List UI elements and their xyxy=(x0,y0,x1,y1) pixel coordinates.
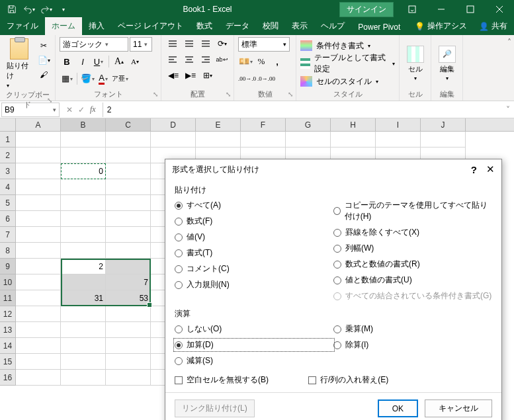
cell[interactable] xyxy=(106,179,151,195)
cell[interactable] xyxy=(421,132,466,147)
select-all-corner[interactable] xyxy=(0,118,16,131)
row-header[interactable]: 15 xyxy=(0,354,16,370)
increase-indent-button[interactable]: ▶≡ xyxy=(183,69,198,82)
cell[interactable] xyxy=(16,179,61,195)
minimize-button[interactable] xyxy=(427,0,456,19)
phonetic-button[interactable]: ア亜▾ xyxy=(112,71,128,86)
cell[interactable] xyxy=(16,163,61,179)
share-button[interactable]: 👤共有 xyxy=(472,17,514,35)
cell[interactable] xyxy=(61,243,106,259)
cell[interactable] xyxy=(106,322,151,338)
dialog-launcher-icon[interactable]: ⤡ xyxy=(226,91,231,98)
close-button[interactable] xyxy=(485,0,514,19)
cell[interactable] xyxy=(106,163,151,179)
cell[interactable] xyxy=(61,179,106,195)
orientation-button[interactable]: ⟳▾ xyxy=(214,37,230,50)
cell-styles-button[interactable]: セルのスタイル▾ xyxy=(300,74,395,89)
row-header[interactable]: 2 xyxy=(0,147,16,163)
border-button[interactable]: ▦▾ xyxy=(60,71,74,86)
close-dialog-button[interactable]: ✕ xyxy=(486,163,495,175)
op-add[interactable]: 加算(D) xyxy=(175,339,333,351)
cell[interactable] xyxy=(16,132,61,147)
op-multiply[interactable]: 乗算(M) xyxy=(333,323,492,335)
redo-button[interactable]: ▾ xyxy=(38,1,54,17)
opt-validation[interactable]: 入力規則(N) xyxy=(175,279,333,290)
chk-transpose[interactable]: 行/列の入れ替え(E) xyxy=(308,374,388,386)
insert-function-button[interactable]: fx xyxy=(90,105,96,114)
opt-widths[interactable]: 列幅(W) xyxy=(333,243,492,254)
cell[interactable] xyxy=(106,306,151,322)
cell[interactable] xyxy=(61,132,106,147)
comma-button[interactable]: , xyxy=(270,54,284,69)
cell[interactable] xyxy=(16,322,61,338)
cells-button[interactable]: セル▾ xyxy=(404,44,427,83)
cell[interactable] xyxy=(61,211,106,227)
decrease-decimal-button[interactable]: .0→.00 xyxy=(257,71,275,86)
row-header[interactable]: 4 xyxy=(0,179,16,195)
help-button[interactable]: ? xyxy=(471,164,477,175)
cancel-formula-icon[interactable]: ✕ xyxy=(66,105,73,114)
cell[interactable] xyxy=(106,211,151,227)
cell[interactable] xyxy=(16,370,61,386)
cell[interactable] xyxy=(61,147,106,163)
collapse-ribbon-button[interactable]: ˄ xyxy=(507,38,511,47)
increase-decimal-button[interactable]: .00→.0 xyxy=(238,71,256,86)
font-color-button[interactable]: A▾ xyxy=(96,71,110,86)
grow-font-button[interactable]: A▴ xyxy=(112,54,126,69)
tab-home[interactable]: ホーム xyxy=(45,17,82,35)
tab-view[interactable]: 表示 xyxy=(285,17,314,35)
row-header[interactable]: 1 xyxy=(0,132,16,147)
qat-customize[interactable]: ▾ xyxy=(56,1,71,17)
number-format-dropdown[interactable]: 標準▾ xyxy=(238,37,290,52)
col-header[interactable]: B xyxy=(61,118,106,131)
opt-values[interactable]: 値(V) xyxy=(175,231,333,243)
row-header[interactable]: 9 xyxy=(0,259,16,274)
row-header[interactable]: 14 xyxy=(0,338,16,354)
underline-button[interactable]: U▾ xyxy=(91,54,106,69)
tab-help[interactable]: ヘルプ xyxy=(314,17,351,35)
cell[interactable] xyxy=(16,338,61,354)
row-header[interactable]: 6 xyxy=(0,211,16,227)
tab-powerpivot[interactable]: Power Pivot xyxy=(351,19,407,35)
tab-formula[interactable]: 数式 xyxy=(190,17,219,35)
tab-layout[interactable]: ページ レイアウト xyxy=(111,17,190,35)
cell[interactable] xyxy=(61,322,106,338)
opt-all[interactable]: すべて(A) xyxy=(175,200,333,211)
cell[interactable] xyxy=(16,274,61,290)
maximize-button[interactable] xyxy=(456,0,485,19)
percent-button[interactable]: % xyxy=(254,54,269,69)
formula-input[interactable]: 2 xyxy=(103,103,502,117)
save-button[interactable] xyxy=(4,1,20,17)
cell[interactable] xyxy=(16,306,61,322)
cell[interactable] xyxy=(16,290,61,306)
row-header[interactable]: 16 xyxy=(0,370,16,386)
cell[interactable] xyxy=(61,274,106,290)
copy-button[interactable]: 📄▾ xyxy=(36,54,51,66)
op-divide[interactable]: 除算(I) xyxy=(333,339,492,351)
align-top-button[interactable] xyxy=(165,37,181,50)
cell[interactable]: 7 xyxy=(106,274,151,290)
cell[interactable] xyxy=(106,370,151,386)
cell[interactable] xyxy=(241,132,286,147)
row-header[interactable]: 12 xyxy=(0,306,16,322)
opt-formulas[interactable]: 数式(F) xyxy=(175,216,333,227)
expand-formula-bar-button[interactable]: ˅ xyxy=(502,105,514,114)
opt-formats[interactable]: 書式(T) xyxy=(175,247,333,259)
opt-value-number-format[interactable]: 値と数値の書式(U) xyxy=(333,274,492,286)
cut-button[interactable]: ✂ xyxy=(36,40,51,52)
signin-button[interactable]: サインイン xyxy=(339,2,394,17)
cell[interactable] xyxy=(106,227,151,243)
fill-color-button[interactable]: 🪣▾ xyxy=(80,71,95,86)
cell[interactable]: 31 xyxy=(61,290,106,306)
tab-review[interactable]: 校閲 xyxy=(256,17,285,35)
cell[interactable] xyxy=(61,354,106,370)
align-center-button[interactable] xyxy=(182,53,197,66)
cell[interactable] xyxy=(106,243,151,259)
op-subtract[interactable]: 減算(S) xyxy=(175,355,333,366)
tab-insert[interactable]: 挿入 xyxy=(82,17,111,35)
enter-formula-icon[interactable]: ✓ xyxy=(78,105,85,114)
cell[interactable] xyxy=(106,354,151,370)
decrease-indent-button[interactable]: ◀≡ xyxy=(165,69,181,82)
col-header[interactable]: H xyxy=(331,118,376,131)
col-header[interactable]: D xyxy=(151,118,196,131)
